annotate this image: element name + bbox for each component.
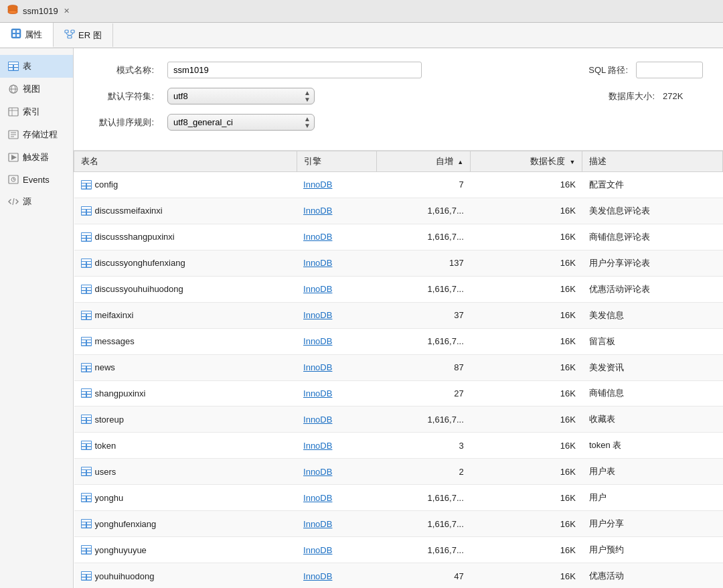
engine-link[interactable]: InnoDB — [303, 310, 332, 320]
table-row[interactable]: news InnoDB8716K美发资讯 — [74, 354, 723, 380]
svg-rect-89 — [82, 395, 86, 397]
cell-engine[interactable]: InnoDB — [297, 224, 377, 250]
cell-description: 配置文件 — [582, 172, 723, 198]
engine-link[interactable]: InnoDB — [303, 441, 332, 451]
table-row[interactable]: shangpuxinxi InnoDB2716K商铺信息 — [74, 380, 723, 407]
cell-engine[interactable]: InnoDB — [297, 198, 377, 224]
trigger-sidebar-icon — [8, 152, 19, 163]
engine-link[interactable]: InnoDB — [303, 336, 332, 346]
main-content: 表 视图 索引 — [0, 48, 723, 588]
table-sidebar-icon — [8, 61, 19, 72]
cell-engine[interactable]: InnoDB — [297, 511, 377, 537]
engine-link[interactable]: InnoDB — [303, 519, 332, 529]
cell-engine[interactable]: InnoDB — [297, 459, 377, 485]
col-header-description: 描述 — [582, 151, 723, 172]
sidebar-item-procedures[interactable]: 存储过程 — [0, 123, 73, 146]
cell-engine[interactable]: InnoDB — [297, 380, 377, 407]
svg-rect-101 — [82, 447, 86, 449]
cell-engine[interactable]: InnoDB — [297, 172, 377, 198]
engine-link[interactable]: InnoDB — [303, 179, 332, 190]
cell-table-name: discussshangpuxinxi — [74, 224, 297, 250]
cell-engine[interactable]: InnoDB — [297, 485, 377, 511]
table-row[interactable]: token InnoDB316Ktoken 表 — [74, 433, 723, 459]
engine-link[interactable]: InnoDB — [303, 284, 332, 294]
col-header-datalength[interactable]: 数据长度 ▼ — [471, 151, 582, 172]
cell-autoincrement: 3 — [377, 433, 471, 459]
svg-point-1 — [8, 11, 17, 14]
charset-select[interactable]: utf8 — [167, 88, 315, 104]
table-row[interactable]: yonghufenxiang InnoDB1,616,7...16K用户分享 — [74, 511, 723, 537]
col-header-autoincrement[interactable]: 自增 ▲ — [377, 151, 471, 172]
collation-select[interactable]: utf8_general_ci — [167, 114, 315, 131]
cell-engine[interactable]: InnoDB — [297, 250, 377, 276]
properties-tab-icon — [11, 28, 21, 41]
sql-path-label: SQL 路径: — [588, 64, 628, 76]
table-row[interactable]: discussyonghufenxiang InnoDB13716K用户分享评论… — [74, 250, 723, 276]
sidebar-item-events[interactable]: Events — [0, 169, 73, 190]
schema-name-input[interactable] — [167, 62, 422, 78]
engine-link[interactable]: InnoDB — [303, 258, 332, 268]
svg-rect-4 — [13, 34, 15, 37]
tab-er[interactable]: ER 图 — [54, 23, 113, 47]
cell-description: 商铺信息评论表 — [582, 224, 723, 250]
cell-engine[interactable]: InnoDB — [297, 354, 377, 380]
cell-description: 美发信息 — [582, 302, 723, 328]
cell-datalength: 16K — [471, 407, 582, 433]
cell-engine[interactable]: InnoDB — [297, 563, 377, 588]
table-row[interactable]: discussshangpuxinxi InnoDB1,616,7...16K商… — [74, 224, 723, 250]
table-row[interactable]: discussyouhuihuodong InnoDB1,616,7...16K… — [74, 276, 723, 302]
cell-engine[interactable]: InnoDB — [297, 302, 377, 328]
cell-engine[interactable]: InnoDB — [297, 328, 377, 354]
svg-rect-83 — [82, 369, 86, 371]
sidebar-item-indexes[interactable]: 索引 — [0, 100, 73, 123]
svg-rect-98 — [82, 441, 91, 443]
engine-link[interactable]: InnoDB — [303, 232, 332, 242]
sql-path-input[interactable] — [636, 62, 703, 78]
cell-datalength: 16K — [471, 172, 582, 198]
engine-link[interactable]: InnoDB — [303, 362, 332, 372]
table-row[interactable]: youhuihuodong InnoDB4716K优惠活动 — [74, 563, 723, 588]
cell-description: 优惠活动评论表 — [582, 276, 723, 302]
cell-table-name: token — [74, 433, 297, 459]
table-row[interactable]: storeup InnoDB1,616,7...16K收藏表 — [74, 407, 723, 433]
table-row[interactable]: yonghuyuyue InnoDB1,616,7...16K用户预约 — [74, 537, 723, 563]
table-row-icon — [81, 232, 92, 242]
svg-rect-94 — [87, 418, 91, 420]
table-row[interactable]: meifaxinxi InnoDB3716K美发信息 — [74, 302, 723, 328]
sidebar-item-views[interactable]: 视图 — [0, 78, 73, 100]
cell-engine[interactable]: InnoDB — [297, 537, 377, 563]
cell-table-name: yonghufenxiang — [74, 511, 297, 537]
table-row[interactable]: yonghu InnoDB1,616,7...16K用户 — [74, 485, 723, 511]
svg-rect-96 — [87, 421, 91, 423]
engine-link[interactable]: InnoDB — [303, 571, 332, 581]
cell-engine[interactable]: InnoDB — [297, 433, 377, 459]
svg-rect-78 — [87, 343, 91, 345]
engine-link[interactable]: InnoDB — [303, 493, 332, 503]
svg-rect-65 — [82, 291, 86, 293]
sidebar-item-tables[interactable]: 表 — [0, 55, 73, 78]
cell-engine[interactable]: InnoDB — [297, 407, 377, 433]
svg-rect-116 — [82, 520, 91, 522]
title-bar-close-button[interactable]: ✕ — [64, 7, 70, 15]
engine-link[interactable]: InnoDB — [303, 545, 332, 555]
sidebar-item-triggers[interactable]: 触发器 — [0, 146, 73, 169]
table-row[interactable]: discussmeifaxinxi InnoDB1,616,7...16K美发信… — [74, 198, 723, 224]
tab-properties[interactable]: 属性 — [0, 23, 54, 48]
engine-link[interactable]: InnoDB — [303, 388, 332, 398]
cell-table-name: discussyonghufenxiang — [74, 250, 297, 276]
cell-autoincrement: 137 — [377, 250, 471, 276]
db-size-value: 272K — [663, 91, 703, 101]
engine-link[interactable]: InnoDB — [303, 467, 332, 477]
engine-link[interactable]: InnoDB — [303, 415, 332, 425]
sidebar-item-source[interactable]: 源 — [0, 190, 73, 213]
table-row[interactable]: users InnoDB216K用户表 — [74, 459, 723, 485]
table-row-icon — [81, 545, 92, 555]
svg-rect-47 — [82, 212, 86, 214]
cell-datalength: 16K — [471, 224, 582, 250]
cell-engine[interactable]: InnoDB — [297, 276, 377, 302]
table-row[interactable]: config InnoDB716K配置文件 — [74, 172, 723, 198]
engine-link[interactable]: InnoDB — [303, 206, 332, 216]
svg-rect-62 — [82, 285, 91, 287]
cell-datalength: 16K — [471, 563, 582, 588]
table-row[interactable]: messages InnoDB1,616,7...16K留言板 — [74, 328, 723, 354]
